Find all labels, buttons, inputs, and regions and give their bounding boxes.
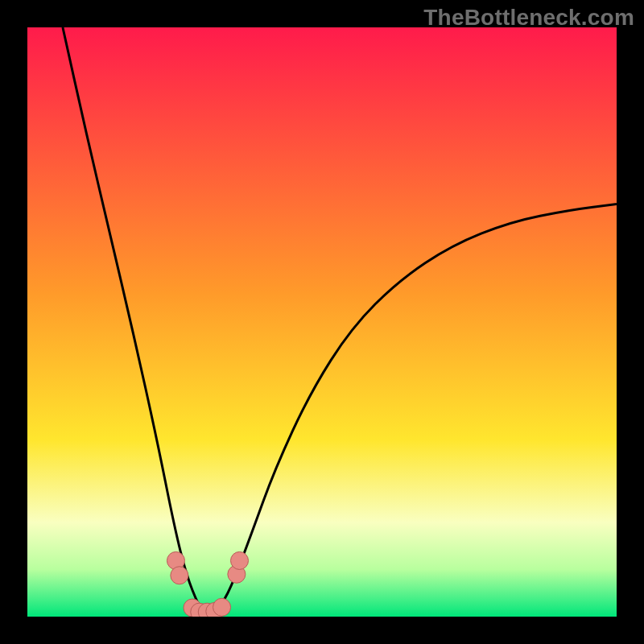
data-marker bbox=[213, 598, 231, 616]
data-marker bbox=[171, 567, 188, 584]
bottleneck-chart bbox=[27, 27, 617, 617]
data-marker bbox=[231, 551, 249, 569]
chart-frame: TheBottleneck.com bbox=[0, 0, 644, 644]
plot-area bbox=[27, 27, 617, 617]
gradient-background bbox=[27, 27, 617, 617]
